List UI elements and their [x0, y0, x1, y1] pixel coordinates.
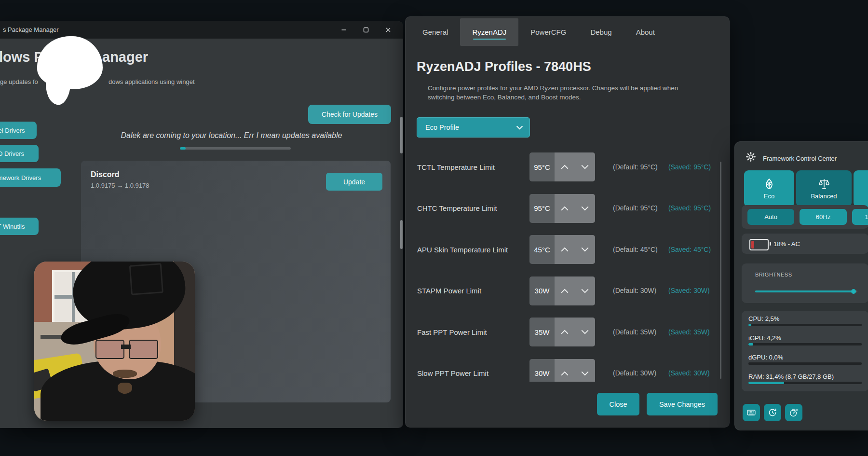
stepper-decrease-button[interactable]: [575, 359, 595, 382]
saved-value: (Saved: 45°C): [668, 246, 711, 253]
person-glasses-bridge: [121, 345, 131, 349]
app-version-change: 1.0.9175 → 1.0.9178: [91, 182, 149, 189]
tab-label: Debug: [590, 28, 611, 36]
chevron-up-icon: [561, 165, 569, 169]
stepper-value: 95°C: [529, 194, 555, 223]
refresh-option-label: 60Hz: [816, 213, 830, 221]
cpu-usage-fill: [748, 324, 751, 326]
value-stepper: 95°C: [529, 152, 595, 181]
setting-label: APU Skin Temperature Limit: [417, 245, 508, 253]
close-icon: [385, 27, 391, 33]
stepper-increase-button[interactable]: [555, 318, 575, 346]
framework-drivers-button[interactable]: mework Drivers: [0, 168, 61, 187]
tab-ryzenadj[interactable]: RyzenADJ: [460, 18, 518, 46]
check-for-updates-button[interactable]: Check for Updates: [308, 105, 391, 124]
update-button[interactable]: Update: [326, 173, 382, 191]
person-goatee: [118, 383, 132, 394]
gauge-icon: [789, 408, 799, 417]
profile-dropdown-value: Eco Profile: [425, 124, 459, 131]
desktop: s Package Manager lows P anager ge updat…: [0, 0, 868, 456]
page-subtitle-fragment-right: dows applications using winget: [108, 78, 195, 85]
leaf-icon: [763, 178, 775, 190]
system-stats-card: CPU: 2,5% iGPU: 4,2% dGPU: 0,0% RAM: 31,…: [742, 311, 868, 391]
ram-usage-text: RAM: 31,4% (8,7 GB/27,8 GB): [748, 373, 834, 380]
stepper-decrease-button[interactable]: [575, 152, 595, 181]
brightness-card: BRIGHTNESS: [742, 263, 868, 303]
tab-about[interactable]: About: [624, 18, 667, 46]
winutils-button[interactable]: T Winutils: [0, 218, 39, 235]
refresh-auto-button[interactable]: Auto: [747, 209, 794, 225]
battery-status-text: 18% - AC: [773, 234, 800, 254]
chevron-down-icon: [581, 330, 589, 334]
tab-label: RyzenADJ: [472, 28, 506, 36]
stepper-decrease-button[interactable]: [575, 235, 595, 264]
setting-label: STAPM Power Limit: [417, 287, 481, 295]
stepper-decrease-button[interactable]: [575, 276, 595, 305]
close-button-label: Close: [609, 401, 627, 408]
value-stepper: 30W: [529, 359, 595, 382]
tab-powercfg[interactable]: PowerCFG: [518, 18, 578, 46]
refresh-60hz-button[interactable]: 60Hz: [800, 209, 847, 225]
chevron-down-icon: [516, 125, 523, 130]
intel-drivers-button[interactable]: el Drivers: [0, 122, 37, 139]
default-value: (Default: 30W): [613, 369, 656, 377]
clock-refresh-icon: [768, 408, 777, 417]
tab-debug[interactable]: Debug: [578, 18, 624, 46]
stepper-increase-button[interactable]: [555, 194, 575, 223]
person-glasses-right: [129, 340, 158, 359]
window-controls: [333, 21, 399, 39]
setting-label: TCTL Temperature Limit: [417, 163, 495, 171]
brightness-slider-fill: [755, 290, 854, 292]
description-line1: Configure power profiles for your AMD Ry…: [428, 84, 678, 92]
person-glasses-left: [95, 340, 125, 359]
driver-button-label: mework Drivers: [0, 174, 41, 181]
mode-label: Eco: [764, 193, 774, 200]
maximize-button[interactable]: [355, 21, 377, 39]
refresh-option-label: Auto: [764, 213, 777, 221]
amd-drivers-button[interactable]: D Drivers: [0, 145, 39, 162]
igpu-usage-bar: [748, 343, 862, 345]
clock-refresh-button[interactable]: [764, 404, 781, 421]
cap-logo: [129, 263, 163, 295]
value-stepper: 30W: [529, 276, 595, 305]
update-progress-bar: [180, 147, 291, 150]
check-for-updates-label: Check for Updates: [322, 111, 378, 118]
person-mustache: [113, 370, 137, 378]
default-value: (Default: 35W): [613, 328, 656, 336]
stepper-decrease-button[interactable]: [575, 194, 595, 223]
panel-title: Framework Control Center: [763, 155, 837, 162]
brightness-slider-thumb[interactable]: [851, 289, 856, 294]
setting-row-chtc: CHTC Temperature Limit 95°C (Default: 95…: [406, 188, 721, 229]
refresh-rate-group: Auto 60Hz 1: [742, 205, 868, 229]
refresh-cut-button[interactable]: 1: [852, 209, 868, 225]
scrollbar-thumb[interactable]: [400, 220, 403, 249]
stepper-increase-button[interactable]: [555, 276, 575, 305]
minimize-button[interactable]: [333, 21, 355, 39]
stepper-increase-button[interactable]: [555, 152, 575, 181]
scrollbar-thumb[interactable]: [400, 117, 403, 153]
tab-general[interactable]: General: [410, 18, 460, 46]
scrollbar[interactable]: [720, 162, 721, 379]
driver-button-label: D Drivers: [0, 150, 24, 157]
profile-dropdown[interactable]: Eco Profile: [417, 117, 530, 138]
close-dialog-button[interactable]: Close: [597, 393, 639, 415]
close-button[interactable]: [377, 21, 399, 39]
save-changes-button[interactable]: Save Changes: [647, 393, 718, 415]
brightness-slider[interactable]: [755, 290, 857, 292]
battery-icon-nub: [770, 242, 771, 246]
stepper-increase-button[interactable]: [555, 235, 575, 264]
ram-usage-fill: [748, 382, 784, 384]
stepper-decrease-button[interactable]: [575, 318, 595, 346]
gear-icon: [746, 152, 756, 162]
default-value: (Default: 30W): [613, 287, 656, 294]
mode-button-cut[interactable]: [854, 170, 868, 207]
setting-row-apu-skin: APU Skin Temperature Limit 45°C (Default…: [406, 229, 721, 270]
gauge-button[interactable]: [785, 404, 802, 421]
value-stepper: 45°C: [529, 235, 595, 264]
mode-button-balanced[interactable]: Balanced: [796, 170, 852, 207]
battery-status-row: 18% - AC: [742, 234, 868, 254]
keyboard-settings-button[interactable]: [743, 404, 760, 421]
stepper-increase-button[interactable]: [555, 359, 575, 382]
stepper-value: 30W: [529, 359, 555, 382]
mode-button-eco[interactable]: Eco: [744, 170, 794, 207]
